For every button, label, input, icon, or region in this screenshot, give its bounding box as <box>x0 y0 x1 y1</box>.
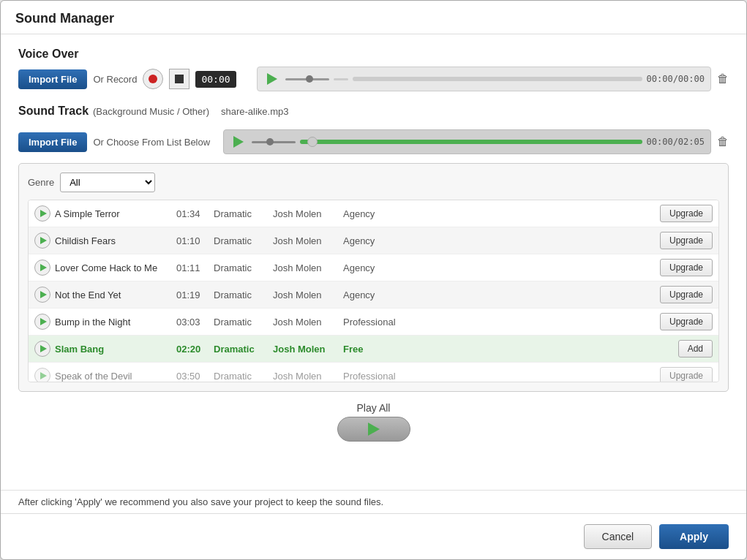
track-play-button[interactable] <box>34 205 50 222</box>
play-icon <box>40 291 47 298</box>
track-play-button[interactable] <box>34 287 50 303</box>
track-action-button[interactable]: Upgrade <box>660 205 713 222</box>
track-action-button[interactable]: Add <box>678 340 713 357</box>
track-row: Lover Come Hack to Me 01:11 Dramatic Jos… <box>29 254 718 281</box>
notice-text: After clicking 'Apply' we recommend you … <box>1 490 746 513</box>
track-name: Not the End Yet <box>55 290 172 300</box>
track-list-container: Genre All Dramatic Comedy Inspirational … <box>18 163 729 392</box>
track-license: Agency <box>343 208 656 219</box>
voiceover-play-button[interactable] <box>263 70 281 88</box>
track-license: Free <box>343 344 674 355</box>
play-icon <box>40 210 47 217</box>
track-action-button[interactable]: Upgrade <box>660 259 713 276</box>
track-license: Agency <box>343 235 656 246</box>
track-license: Professional <box>343 371 656 382</box>
play-icon <box>267 73 277 85</box>
track-genre: Dramatic <box>214 344 269 355</box>
track-name: Childish Fears <box>55 235 172 246</box>
soundtrack-volume-slider[interactable] <box>252 141 296 143</box>
volume-line <box>252 141 296 143</box>
track-action-button[interactable]: Upgrade <box>660 232 713 249</box>
apply-button[interactable]: Apply <box>659 524 729 549</box>
play-icon <box>233 136 244 148</box>
track-artist: Josh Molen <box>273 344 339 355</box>
track-row: Slam Bang 02:20 Dramatic Josh Molen Free… <box>29 336 718 363</box>
track-list: A Simple Terror 01:34 Dramatic Josh Mole… <box>28 200 719 382</box>
record-dot-icon <box>149 75 157 83</box>
stop-button[interactable] <box>169 69 189 89</box>
seek-divider <box>334 78 348 80</box>
volume-thumb <box>306 75 313 83</box>
track-genre: Dramatic <box>214 371 269 382</box>
track-duration: 01:19 <box>176 290 209 300</box>
soundtrack-player-bar: 00:00/02:05 <box>223 129 711 154</box>
track-action-button[interactable]: Upgrade <box>660 313 713 330</box>
track-play-button[interactable] <box>34 314 50 330</box>
soundtrack-filename: share-alike.mp3 <box>221 106 289 117</box>
soundtrack-controls-row: Import File Or Choose From List Below 00… <box>18 129 729 154</box>
track-play-button[interactable] <box>34 341 50 357</box>
soundtrack-time-counter: 00:00/02:05 <box>647 137 705 147</box>
track-license: Agency <box>343 290 656 300</box>
track-duration: 01:34 <box>176 208 209 219</box>
track-artist: Josh Molen <box>273 235 339 246</box>
record-time-display: 00:00 <box>195 71 236 88</box>
voiceover-volume-slider[interactable] <box>285 78 329 80</box>
volume-line <box>285 78 329 80</box>
track-row: Childish Fears 01:10 Dramatic Josh Molen… <box>29 227 718 254</box>
track-genre: Dramatic <box>214 235 269 246</box>
play-icon <box>40 372 47 379</box>
genre-label: Genre <box>28 177 54 188</box>
cancel-button[interactable]: Cancel <box>584 524 653 549</box>
voiceover-delete-button[interactable]: 🗑 <box>717 72 729 86</box>
track-action-button[interactable]: Upgrade <box>660 367 713 382</box>
track-license: Professional <box>343 317 656 328</box>
track-duration: 01:11 <box>176 262 209 273</box>
track-license: Agency <box>343 262 656 273</box>
soundtrack-delete-button[interactable]: 🗑 <box>717 135 729 148</box>
soundtrack-play-button[interactable] <box>230 133 247 151</box>
track-name: Slam Bang <box>55 344 172 355</box>
track-play-button[interactable] <box>34 260 50 276</box>
track-duration: 03:50 <box>176 371 209 382</box>
voiceover-controls: Import File Or Record 00:00 <box>18 67 729 91</box>
soundtrack-section-header: Sound Track (Background Music / Other) s… <box>18 105 729 124</box>
play-icon <box>40 264 47 271</box>
track-row: Speak of the Devil 03:50 Dramatic Josh M… <box>29 363 718 382</box>
soundtrack-seekbar[interactable] <box>300 140 642 144</box>
play-all-label: Play All <box>357 402 391 414</box>
play-all-button[interactable] <box>337 417 410 442</box>
sound-manager-dialog: Sound Manager Voice Over Import File Or … <box>0 0 747 560</box>
voiceover-player-bar: 00:00/00:00 <box>257 67 711 91</box>
soundtrack-or-choose-label: Or Choose From List Below <box>93 137 210 148</box>
track-row: Bump in the Night 03:03 Dramatic Josh Mo… <box>29 309 718 336</box>
track-duration: 03:03 <box>176 317 209 328</box>
track-row: Not the End Yet 01:19 Dramatic Josh Mole… <box>29 281 718 309</box>
track-artist: Josh Molen <box>273 371 339 382</box>
track-duration: 01:10 <box>176 235 209 246</box>
track-artist: Josh Molen <box>273 208 339 219</box>
voiceover-seekbar[interactable] <box>353 77 642 81</box>
track-duration: 02:20 <box>176 344 209 355</box>
record-button[interactable] <box>143 69 163 89</box>
stop-square-icon <box>175 75 184 83</box>
play-all-icon <box>368 423 380 436</box>
track-name: A Simple Terror <box>55 208 172 219</box>
soundtrack-sub-label: (Background Music / Other) <box>93 106 209 117</box>
seekbar-thumb <box>307 137 318 147</box>
track-genre: Dramatic <box>214 208 269 219</box>
voiceover-import-btn[interactable]: Import File <box>18 69 87 89</box>
dialog-title: Sound Manager <box>1 1 746 34</box>
track-name: Speak of the Devil <box>55 371 172 382</box>
track-play-button[interactable] <box>34 232 50 249</box>
genre-select[interactable]: All Dramatic Comedy Inspirational Upbeat <box>60 173 155 192</box>
soundtrack-import-btn[interactable]: Import File <box>18 132 87 152</box>
track-name: Bump in the Night <box>55 317 172 328</box>
genre-row: Genre All Dramatic Comedy Inspirational … <box>28 173 719 192</box>
track-artist: Josh Molen <box>273 317 339 328</box>
play-icon <box>40 318 47 325</box>
track-genre: Dramatic <box>214 317 269 328</box>
play-icon <box>40 237 47 244</box>
track-play-button[interactable] <box>34 368 50 382</box>
track-action-button[interactable]: Upgrade <box>660 286 713 303</box>
